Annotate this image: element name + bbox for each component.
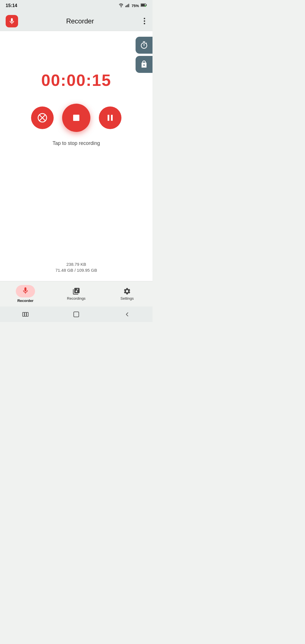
cancel-button[interactable] [31, 106, 54, 129]
signal-icon [125, 3, 130, 8]
stopwatch-icon [140, 41, 148, 49]
svg-rect-6 [146, 4, 147, 6]
nav-settings-label: Settings [121, 296, 134, 301]
timer-set-button[interactable] [136, 37, 152, 54]
header-title: Recorder [66, 17, 94, 25]
cancel-icon [37, 113, 47, 123]
svg-rect-1 [125, 6, 126, 7]
svg-rect-3 [127, 4, 128, 7]
stop-icon [70, 112, 82, 124]
microphone-icon [8, 18, 16, 25]
svg-rect-13 [25, 312, 26, 316]
bottom-nav: Recorder Recordings Settings [0, 281, 152, 306]
tap-hint: Tap to stop recording [53, 140, 100, 146]
app-header: Recorder [0, 11, 152, 31]
back-button[interactable] [121, 308, 133, 321]
home-button[interactable] [70, 308, 82, 321]
wifi-icon [119, 3, 124, 8]
recent-apps-button[interactable] [19, 308, 32, 321]
svg-rect-12 [23, 312, 24, 316]
back-icon [124, 311, 130, 318]
app-icon [6, 15, 18, 27]
svg-rect-9 [11, 22, 13, 23]
status-time: 15:14 [6, 3, 17, 8]
side-buttons [136, 37, 152, 73]
recent-apps-icon [22, 312, 29, 317]
lock-open-icon [140, 60, 148, 69]
pause-button[interactable] [99, 106, 121, 129]
status-bar: 15:14 75% [0, 0, 152, 11]
svg-rect-4 [128, 4, 129, 7]
nav-recorder-icon-wrap [16, 285, 35, 297]
nav-recordings[interactable]: Recordings [51, 287, 102, 301]
nav-recordings-icon [72, 287, 80, 295]
svg-point-0 [121, 6, 121, 7]
nav-settings-icon [123, 287, 131, 295]
nav-recorder-icon [21, 287, 29, 295]
lock-button[interactable] [136, 56, 152, 73]
battery-icon [141, 3, 147, 8]
storage-info: 238.79 KB 71.48 GB / 109.95 GB [55, 262, 97, 273]
system-nav [0, 306, 152, 322]
svg-rect-15 [74, 312, 79, 317]
svg-point-8 [145, 5, 146, 7]
status-right: 75% [119, 3, 147, 8]
home-icon [73, 311, 80, 318]
svg-rect-14 [27, 312, 28, 316]
timer-display: 00:00:15 [41, 71, 111, 90]
stop-button[interactable] [62, 104, 90, 132]
recording-controls [31, 104, 121, 132]
svg-rect-7 [141, 4, 145, 6]
nav-settings[interactable]: Settings [102, 287, 152, 301]
nav-recorder-label: Recorder [17, 299, 33, 303]
nav-recordings-label: Recordings [67, 296, 86, 301]
battery-text: 75% [132, 4, 139, 8]
storage-capacity: 71.48 GB / 109.95 GB [55, 268, 97, 273]
more-menu-button[interactable] [142, 16, 147, 26]
timer-section: 00:00:15 [41, 71, 111, 90]
pause-icon [105, 113, 115, 123]
main-content: 00:00:15 Tap to stop recording 238.79 KB… [0, 31, 152, 281]
svg-rect-2 [127, 5, 127, 7]
nav-recorder[interactable]: Recorder [0, 285, 51, 303]
storage-used: 238.79 KB [55, 262, 97, 267]
svg-rect-11 [73, 115, 79, 121]
